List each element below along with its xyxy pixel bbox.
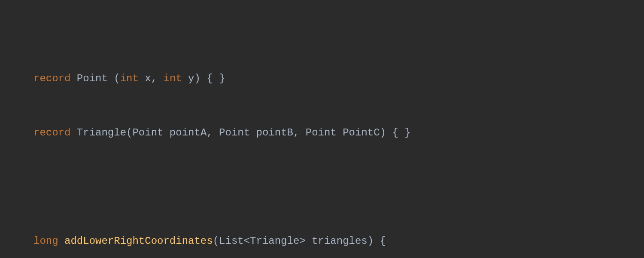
keyword: long xyxy=(33,235,58,247)
punct: < xyxy=(244,235,250,247)
param: PointC xyxy=(337,127,380,138)
type: Triangle xyxy=(77,127,126,138)
punct: , xyxy=(207,127,219,138)
punct: ( xyxy=(126,127,132,138)
param: pointB xyxy=(250,127,293,138)
code-editor[interactable]: record Point (int x, int y) { } record T… xyxy=(0,34,644,258)
punct: ) { } xyxy=(194,73,225,84)
type: Point xyxy=(219,127,250,138)
punct: ( xyxy=(108,73,120,84)
punct: ) { } xyxy=(380,127,411,138)
type: Triangle xyxy=(250,235,299,247)
method-name: addLowerRightCoordinates xyxy=(64,235,213,247)
punct: , xyxy=(151,73,164,84)
code-line-empty[interactable] xyxy=(0,178,644,196)
param: triangles xyxy=(306,235,368,247)
punct: , xyxy=(293,127,306,138)
code-line[interactable]: long addLowerRightCoordinates(List<Trian… xyxy=(0,232,644,250)
type: Point xyxy=(77,73,108,84)
keyword: record xyxy=(33,73,70,84)
punct: ( xyxy=(213,235,219,247)
keyword: int xyxy=(120,73,139,84)
code-line[interactable]: record Point (int x, int y) { } xyxy=(0,70,644,88)
punct: > xyxy=(299,235,305,247)
keyword: record xyxy=(33,127,70,138)
type: Point xyxy=(132,127,163,138)
type: List xyxy=(219,235,244,247)
param: y xyxy=(182,73,194,84)
keyword: int xyxy=(164,73,182,84)
type: Point xyxy=(306,127,337,138)
param: x xyxy=(139,73,151,84)
punct: ) { xyxy=(368,235,386,247)
param: pointA xyxy=(163,127,207,138)
code-line[interactable]: record Triangle(Point pointA, Point poin… xyxy=(0,124,644,142)
